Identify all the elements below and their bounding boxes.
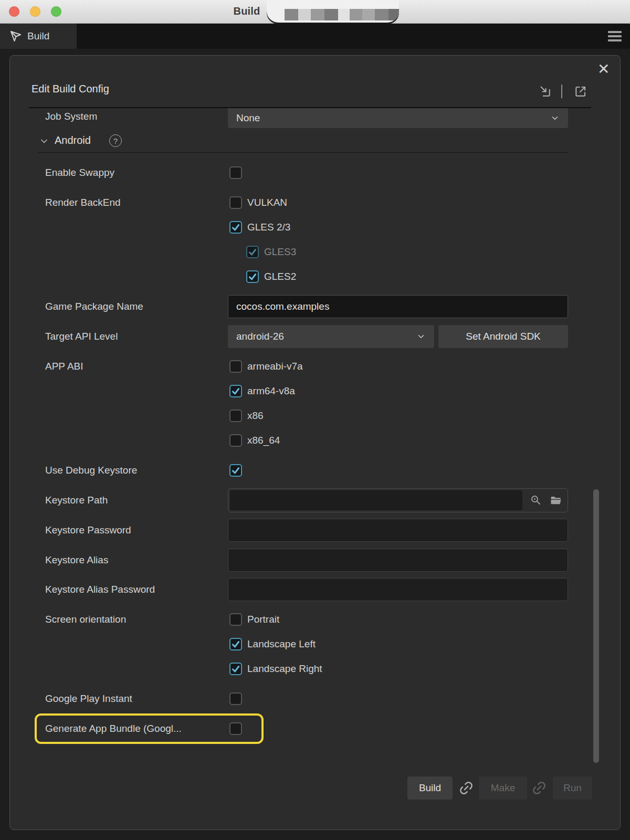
job-system-select[interactable]: None [228,108,568,128]
arm64-v8a-label: arm64-v8a [247,385,295,397]
paper-plane-icon [9,30,22,43]
tab-build-label: Build [27,30,49,42]
portrait-label: Portrait [247,613,279,626]
armeabi-v7a-label: armeabi-v7a [247,360,303,373]
x86-label: x86 [247,410,264,422]
run-button[interactable]: Run [553,776,592,800]
portrait-checkbox[interactable] [229,613,242,626]
android-section-label: Android [55,134,91,146]
landscape-left-label: Landscape Left [247,638,316,650]
game-package-name-input[interactable] [228,295,568,318]
keystore-path-field [228,488,568,512]
export-config-icon[interactable] [574,85,587,98]
x86-64-label: x86_64 [247,434,280,447]
enable-swappy-checkbox[interactable] [229,166,242,179]
generate-app-bundle-label: Generate App Bundle (Googl... [45,722,182,735]
build-button[interactable]: Build [407,776,453,800]
app-abi-label: APP ABI [45,360,83,373]
arm64-v8a-checkbox[interactable] [229,385,242,397]
vulkan-checkbox[interactable] [229,196,242,209]
gles3-checkbox[interactable] [246,246,259,258]
use-debug-keystore-checkbox[interactable] [229,464,242,477]
gles3-label: GLES3 [264,246,296,258]
gles23-label: GLES 2/3 [247,221,290,234]
chevron-down-icon [550,113,560,123]
scrollbar-thumb[interactable] [593,489,599,763]
job-system-label: Job System [45,110,97,123]
keystore-password-label: Keystore Password [45,524,131,537]
game-package-name-label: Game Package Name [45,300,143,313]
keystore-path-label: Keystore Path [45,494,108,507]
job-system-value: None [236,112,260,124]
gles2-label: GLES2 [264,270,296,283]
keystore-path-input[interactable] [230,490,522,510]
google-play-instant-checkbox[interactable] [229,692,242,705]
header-separator [561,85,562,98]
chevron-down-icon [416,332,426,341]
keystore-alias-password-label: Keystore Alias Password [45,583,155,596]
locate-search-icon[interactable] [530,494,542,507]
redacted-title-area [267,0,399,23]
render-backend-label: Render BackEnd [45,196,121,209]
menu-icon[interactable] [608,31,622,41]
x86-checkbox[interactable] [229,410,242,422]
target-api-level-select[interactable]: android-26 [228,325,434,348]
dialog-title: Edit Build Config [32,83,109,95]
folder-icon[interactable] [550,494,562,507]
window-title: Build [0,5,494,17]
tab-build[interactable]: Build [0,24,77,49]
window-titlebar: Build [0,0,630,24]
close-dialog-icon[interactable]: ✕ [597,62,610,77]
armeabi-v7a-checkbox[interactable] [229,360,242,373]
target-api-level-label: Target API Level [45,330,118,343]
keystore-alias-label: Keystore Alias [45,554,108,566]
keystore-alias-password-input[interactable] [228,578,568,601]
target-api-level-value: android-26 [236,331,284,342]
section-collapse-chevron-icon[interactable] [39,136,49,146]
enable-swappy-label: Enable Swappy [45,166,114,179]
x86-64-checkbox[interactable] [229,434,242,447]
keystore-password-input[interactable] [228,519,568,542]
tab-bar: Build [0,24,630,49]
keystore-alias-input[interactable] [228,549,568,572]
set-android-sdk-button[interactable]: Set Android SDK [438,325,568,348]
use-debug-keystore-label: Use Debug Keystore [45,464,137,477]
section-divider [38,152,569,153]
landscape-right-checkbox[interactable] [229,663,242,675]
landscape-left-checkbox[interactable] [229,638,242,650]
gles23-checkbox[interactable] [229,221,242,234]
google-play-instant-label: Google Play Instant [45,692,132,705]
generate-app-bundle-checkbox[interactable] [229,722,242,735]
landscape-right-label: Landscape Right [247,663,322,675]
screen-orientation-label: Screen orientation [45,613,126,626]
help-icon[interactable]: ? [109,134,122,147]
vulkan-label: VULKAN [247,196,287,209]
gles2-checkbox[interactable] [246,270,259,283]
import-config-icon[interactable] [538,85,552,98]
make-button[interactable]: Make [479,776,527,800]
